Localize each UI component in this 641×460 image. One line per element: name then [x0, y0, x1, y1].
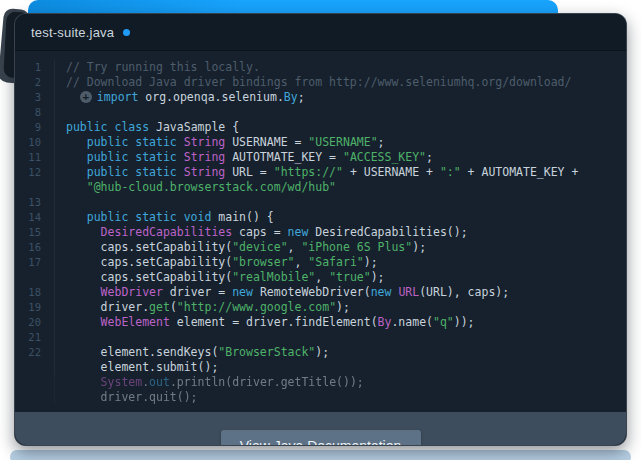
- code-text: // Download Java driver bindings from ht…: [54, 75, 571, 90]
- code-text: element.submit();: [54, 360, 218, 375]
- token-str: "true": [329, 270, 371, 284]
- line-number: 22: [15, 345, 41, 360]
- code-text: caps.setCapability("realMobile", "true")…: [54, 270, 385, 285]
- token-typ: WebElement: [66, 315, 170, 329]
- token-txt: element = driver.findElement(: [170, 315, 378, 329]
- token-str: "ACCESS_KEY": [343, 150, 426, 164]
- unsaved-changes-dot: [123, 29, 130, 36]
- line-number: 21: [15, 330, 41, 345]
- code-line: 10 public static String USERNAME = "USER…: [15, 135, 626, 150]
- line-number: 17: [15, 255, 41, 270]
- code-text: System.out.println(driver.getTitle());: [54, 375, 364, 390]
- view-java-documentation-button[interactable]: View Java Documentation: [221, 430, 421, 446]
- line-number: 11: [15, 150, 41, 165]
- token-txt: ,: [315, 270, 329, 284]
- code-lines: 1// Try running this locally.2// Downloa…: [15, 60, 626, 405]
- token-txt: element.submit();: [66, 360, 218, 374]
- code-text: // Try running this locally.: [54, 60, 260, 75]
- token-txt: );: [371, 270, 385, 284]
- line-number: 14: [15, 210, 41, 225]
- code-text: driver.quit();: [54, 390, 198, 405]
- line-number: 3: [15, 90, 41, 105]
- line-number: [15, 360, 41, 375]
- code-area: 1// Try running this locally.2// Downloa…: [15, 51, 626, 445]
- code-line: 19 driver.get("http://www.google.com");: [15, 300, 626, 315]
- token-typ: WebDriver: [66, 285, 163, 299]
- line-number: 2: [15, 75, 41, 90]
- token-txt: driver =: [163, 285, 232, 299]
- code-line: 2// Download Java driver bindings from h…: [15, 75, 626, 90]
- line-number: [15, 390, 41, 405]
- token-com: // Try running this locally.: [66, 60, 260, 74]
- token-txt: (: [170, 300, 177, 314]
- token-txt: );: [315, 345, 329, 359]
- token-txt: + AUTOMATE_KEY +: [461, 165, 579, 179]
- token-kw: import: [97, 90, 139, 104]
- code-line: 9public class JavaSample {: [15, 120, 626, 135]
- line-number: 15: [15, 225, 41, 240]
- line-number: 8: [15, 105, 41, 120]
- code-line: element.submit();: [15, 360, 626, 375]
- token-txt: ;: [298, 90, 305, 104]
- token-kw: public static void: [66, 210, 211, 224]
- token-txt: element.sendKeys(: [66, 345, 218, 359]
- token-typ: URL: [391, 285, 419, 299]
- token-txt: URL =: [225, 165, 273, 179]
- token-txt: caps.setCapability(: [66, 270, 232, 284]
- token-com: // Download Java driver bindings from ht…: [66, 75, 571, 89]
- token-txt: (URL), caps);: [419, 285, 509, 299]
- line-number: 19: [15, 300, 41, 315]
- browserstack-code-sample: test-suite.java 1// Try running this loc…: [0, 0, 641, 460]
- token-typ: String: [177, 135, 225, 149]
- token-str: "iPhone 6S Plus": [301, 240, 412, 254]
- token-txt: main() {: [211, 210, 273, 224]
- code-line: 14 public static void main() {: [15, 210, 626, 225]
- code-line: 22 element.sendKeys("BrowserStack");: [15, 345, 626, 360]
- code-line: 20 WebElement element = driver.findEleme…: [15, 315, 626, 330]
- tab-filename: test-suite.java: [31, 25, 114, 40]
- token-txt: driver.: [66, 300, 149, 314]
- token-str: "browser": [232, 255, 294, 269]
- token-typ: String: [177, 165, 225, 179]
- code-text: +import org.openqa.selenium.By;: [54, 90, 305, 105]
- code-text: [54, 195, 66, 210]
- token-kw: public class: [66, 120, 149, 134]
- fold-expand-icon[interactable]: +: [80, 91, 92, 103]
- code-line: 16 caps.setCapability("device", "iPhone …: [15, 240, 626, 255]
- line-number: 13: [15, 195, 41, 210]
- token-str: "BrowserStack": [218, 345, 315, 359]
- tab-test-suite-java[interactable]: test-suite.java: [31, 25, 130, 40]
- token-txt: );: [336, 300, 350, 314]
- token-typ: By: [378, 315, 392, 329]
- code-line: 11 public static String AUTOTMATE_KEY = …: [15, 150, 626, 165]
- code-line: 1// Try running this locally.: [15, 60, 626, 75]
- token-txt: AUTOTMATE_KEY =: [225, 150, 343, 164]
- code-line: System.out.println(driver.getTitle());: [15, 375, 626, 390]
- token-txt: ;: [378, 135, 385, 149]
- token-txt: JavaSample {: [149, 120, 239, 134]
- code-text: public static String AUTOTMATE_KEY = "AC…: [54, 150, 433, 165]
- token-typ: System: [66, 375, 142, 389]
- token-txt: + USERNAME +: [343, 165, 440, 179]
- token-txt: DesiredCapabilities();: [308, 225, 467, 239]
- line-number: 20: [15, 315, 41, 330]
- bottom-overlay: View Java Documentation: [15, 412, 626, 445]
- token-str: "@hub-cloud.browserstack.com/wd/hub": [66, 180, 336, 194]
- token-str: "Safari": [308, 255, 363, 269]
- code-line: 3 +import org.openqa.selenium.By;: [15, 90, 626, 105]
- bottom-card-decoration: [10, 450, 631, 460]
- token-str: "realMobile": [232, 270, 315, 284]
- code-line: 13: [15, 195, 626, 210]
- token-typ: String: [177, 150, 225, 164]
- token-str: "https://": [274, 165, 343, 179]
- token-txt: ,: [294, 255, 308, 269]
- line-number: 16: [15, 240, 41, 255]
- token-txt: .println(driver.getTitle());: [170, 375, 364, 389]
- code-text: DesiredCapabilities caps = new DesiredCa…: [54, 225, 468, 240]
- token-kw: new: [371, 285, 392, 299]
- code-line: 15 DesiredCapabilities caps = new Desire…: [15, 225, 626, 240]
- code-text: WebDriver driver = new RemoteWebDriver(n…: [54, 285, 509, 300]
- line-number: 18: [15, 285, 41, 300]
- code-text: [54, 105, 66, 120]
- code-editor-window: test-suite.java 1// Try running this loc…: [14, 13, 627, 446]
